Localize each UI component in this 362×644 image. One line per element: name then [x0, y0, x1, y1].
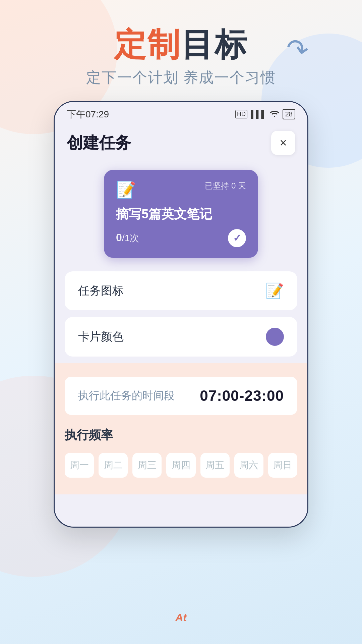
hd-badge: HD	[235, 110, 247, 118]
bottom-section: 执行此任务的时间段 07:00-23:00 执行频率 周一 周二 周三 周四 周…	[55, 363, 307, 494]
time-label: 执行此任务的时间段	[78, 388, 175, 403]
task-streak: 已坚持 0 天	[205, 180, 246, 191]
freq-title: 执行频率	[65, 427, 297, 443]
weekday-sunday[interactable]: 周日	[268, 453, 297, 478]
task-card: 📝 已坚持 0 天 摘写5篇英文笔记 0/1次 ✓	[104, 170, 258, 258]
icon-setting-label: 任务图标	[78, 283, 124, 299]
weekday-monday[interactable]: 周一	[65, 453, 94, 478]
wifi-icon	[270, 110, 279, 119]
signal-icon: ▌▌▌	[251, 110, 266, 119]
hero-section: 定制目标 定下一个计划 养成一个习惯 ↷	[0, 0, 362, 101]
app-header: 创建任务 ×	[55, 124, 307, 163]
phone-wrapper: 下午07:29 HD ▌▌▌ 28 创建任务 ×	[0, 101, 362, 528]
color-setting-label: 卡片颜色	[78, 329, 124, 344]
weekdays-row: 周一 周二 周三 周四 周五 周六 周日	[65, 453, 297, 478]
app-content: 创建任务 × 📝 已坚持 0 天 摘写5篇英文笔记	[55, 124, 307, 527]
task-card-bottom: 0/1次 ✓	[116, 229, 246, 247]
task-name: 摘写5篇英文笔记	[116, 206, 246, 222]
app-title: 创建任务	[67, 132, 131, 154]
color-setting-row[interactable]: 卡片颜色	[65, 317, 297, 357]
task-card-wrapper: 📝 已坚持 0 天 摘写5篇英文笔记 0/1次 ✓	[55, 163, 307, 271]
weekday-wednesday[interactable]: 周三	[132, 453, 162, 478]
phone-frame: 下午07:29 HD ▌▌▌ 28 创建任务 ×	[54, 101, 308, 528]
weekday-saturday[interactable]: 周六	[234, 453, 263, 478]
color-preview-dot	[266, 328, 284, 346]
icon-setting-row[interactable]: 任务图标 📝	[65, 271, 297, 310]
task-icon: 📝	[116, 180, 136, 199]
hero-title-red: 定制	[114, 26, 181, 62]
weekday-friday[interactable]: 周五	[200, 453, 230, 478]
status-icons: HD ▌▌▌ 28	[235, 109, 295, 119]
hero-title-dark: 目标	[181, 26, 248, 62]
hero-subtitle: 定下一个计划 养成一个习惯	[0, 68, 362, 88]
battery-icon: 28	[283, 109, 295, 119]
time-row[interactable]: 执行此任务的时间段 07:00-23:00	[65, 377, 297, 415]
task-progress: 0/1次	[116, 231, 139, 245]
close-button[interactable]: ×	[271, 131, 295, 155]
status-bar: 下午07:29 HD ▌▌▌ 28	[55, 102, 307, 124]
task-icon-preview: 📝	[265, 282, 284, 300]
checkmark-icon: ✓	[233, 232, 241, 244]
weekday-thursday[interactable]: 周四	[166, 453, 195, 478]
settings-section: 任务图标 📝 卡片颜色	[55, 271, 307, 357]
time-value: 07:00-23:00	[200, 387, 284, 404]
task-card-top: 📝 已坚持 0 天	[116, 180, 246, 199]
at-label: At	[175, 611, 187, 624]
status-time: 下午07:29	[67, 108, 109, 121]
task-check-button[interactable]: ✓	[228, 229, 246, 247]
weekday-tuesday[interactable]: 周二	[99, 453, 128, 478]
